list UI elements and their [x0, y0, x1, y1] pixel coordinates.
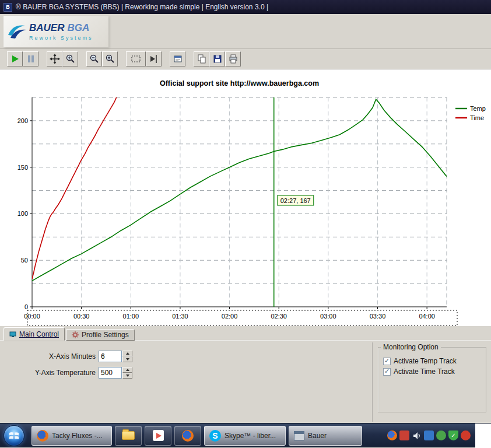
- zoom-out-button[interactable]: [86, 51, 102, 66]
- chart-properties-button[interactable]: [170, 51, 185, 66]
- svg-text:02:00: 02:00: [222, 313, 238, 320]
- toolbar: [0, 49, 491, 69]
- zoom-box-button[interactable]: [126, 51, 146, 66]
- taskbar-button-skype[interactable]: Skype™ - liber...: [204, 426, 286, 446]
- spin-up-button[interactable]: [122, 351, 132, 356]
- print-button[interactable]: [225, 51, 241, 66]
- svg-text:01:30: 01:30: [172, 313, 188, 320]
- arrow-up-icon: [126, 352, 129, 355]
- svg-text:150: 150: [17, 164, 28, 171]
- svg-text:01:00: 01:00: [123, 313, 139, 320]
- svg-text:00:00: 00:00: [24, 313, 40, 320]
- x-axis-minutes-stepper: [122, 351, 132, 362]
- copy-button[interactable]: [194, 51, 209, 66]
- zoom-pan-icon: [65, 54, 76, 64]
- x-axis-minutes-input[interactable]: [99, 351, 122, 362]
- zoom-in-button[interactable]: [102, 51, 118, 66]
- svg-text:0: 0: [24, 303, 28, 310]
- cursor-track-icon: [149, 54, 159, 64]
- spin-down-button[interactable]: [122, 373, 132, 379]
- start-button[interactable]: [3, 425, 24, 446]
- svg-text:03:30: 03:30: [370, 313, 386, 320]
- status-red-icon[interactable]: [461, 430, 471, 440]
- floppy-save-icon: [212, 54, 223, 64]
- bauer-bga-window: B ® BAUER BGA SYSTEMS (BBS) | Reworking …: [0, 0, 491, 448]
- update-icon[interactable]: [436, 430, 446, 440]
- firefox-tray-icon[interactable]: [387, 430, 397, 440]
- activate-temp-track-checkbox[interactable]: [383, 358, 391, 365]
- app-window-icon: [294, 431, 304, 440]
- x-axis-minutes-row: X-Axis Minutes: [3, 351, 132, 362]
- spin-down-button[interactable]: [122, 356, 132, 362]
- volume-icon[interactable]: [412, 430, 422, 440]
- pan-button[interactable]: [47, 51, 62, 66]
- svg-text:200: 200: [17, 117, 28, 124]
- window-title: ® BAUER BGA SYSTEMS (BBS) | Reworking ma…: [16, 3, 268, 11]
- taskbar-button-explorer[interactable]: [115, 426, 142, 446]
- folder-icon: [122, 431, 135, 440]
- antivirus-shield-icon[interactable]: [448, 430, 458, 440]
- panel-divider: [372, 342, 373, 422]
- y-axis-temperature-row: Y-Axis Temperature: [3, 367, 132, 379]
- svg-text:02:30: 02:30: [271, 313, 287, 320]
- arrow-down-icon: [126, 358, 129, 360]
- temperature-time-chart[interactable]: Official support site http://www.bauerbg…: [0, 69, 491, 326]
- app-icon: B: [3, 3, 12, 12]
- pause-button[interactable]: [23, 51, 38, 66]
- y-axis-temperature-input[interactable]: [99, 367, 122, 379]
- spin-up-button[interactable]: [122, 367, 132, 373]
- arrow-up-icon: [126, 369, 129, 371]
- taskbar-button-firefox[interactable]: [174, 426, 201, 446]
- network-icon[interactable]: [424, 430, 434, 440]
- media-tray-icon[interactable]: [399, 430, 409, 440]
- taskbar-button-tacky-fluxes[interactable]: Tacky Fluxes -...: [31, 426, 112, 446]
- main-control-tab-icon: [9, 331, 16, 338]
- svg-text:Time: Time: [470, 114, 484, 121]
- arrow-down-icon: [126, 374, 129, 377]
- taskbar-button-label: Tacky Fluxes -...: [52, 432, 103, 440]
- svg-text:50: 50: [21, 257, 28, 264]
- activate-time-track-checkbox[interactable]: [383, 368, 391, 376]
- title-bar: B ® BAUER BGA SYSTEMS (BBS) | Reworking …: [0, 0, 491, 14]
- activate-temp-track-label: Activate Temp Track: [394, 357, 457, 365]
- activate-time-track-row: Activate Time Track: [383, 368, 455, 376]
- y-axis-temperature-stepper: [122, 367, 132, 379]
- tab-profile-settings[interactable]: Profile Settings: [66, 329, 135, 341]
- firefox-icon: [37, 430, 48, 442]
- x-axis-minutes-label: X-Axis Minutes: [3, 352, 96, 360]
- svg-text:02:27, 167: 02:27, 167: [280, 197, 311, 204]
- taskbar: Tacky Fluxes -... Skype™ - liber... Baue…: [0, 423, 491, 447]
- main-control-panel: X-Axis Minutes Y-Axis Temperature Monito…: [0, 341, 491, 423]
- taskbar-button-media-player[interactable]: [145, 426, 171, 446]
- taskbar-button-bauer[interactable]: Bauer: [289, 426, 362, 446]
- copy-icon: [197, 54, 207, 64]
- printer-icon: [228, 54, 239, 64]
- monitoring-option-title: Monitoring Option: [381, 343, 441, 351]
- tab-label: Profile Settings: [82, 331, 129, 339]
- firefox-icon: [182, 430, 194, 442]
- svg-text:Temp: Temp: [470, 105, 486, 112]
- svg-text:03:00: 03:00: [320, 313, 336, 320]
- zoom-out-icon: [89, 54, 100, 64]
- zoom-window-button[interactable]: [62, 51, 78, 66]
- cursor-track-button[interactable]: [146, 51, 162, 66]
- media-player-icon: [153, 430, 164, 441]
- tab-main-control[interactable]: Main Control: [3, 327, 65, 341]
- svg-text:Official support site http://w: Official support site http://www.bauerbg…: [160, 79, 319, 88]
- taskbar-button-label: Bauer: [308, 432, 327, 440]
- windows-flag-icon: [9, 431, 19, 440]
- taskbar-clock-area[interactable]: [475, 424, 491, 448]
- activate-temp-track-row: Activate Temp Track: [383, 357, 457, 365]
- pan-arrows-icon: [50, 54, 60, 64]
- chart-panel: Official support site http://www.bauerbg…: [0, 69, 491, 326]
- logo-band: BAUERBGA Rework Systems: [0, 14, 491, 49]
- svg-text:04:00: 04:00: [419, 313, 435, 320]
- zoom-in-icon: [105, 54, 115, 64]
- activate-time-track-label: Activate Time Track: [394, 368, 455, 376]
- logo-text: BAUERBGA Rework Systems: [29, 22, 93, 41]
- tab-label: Main Control: [19, 330, 59, 338]
- start-button[interactable]: [7, 51, 23, 66]
- save-button[interactable]: [209, 51, 225, 66]
- system-tray: [387, 430, 474, 440]
- logo-bauer: BAUER: [29, 22, 64, 33]
